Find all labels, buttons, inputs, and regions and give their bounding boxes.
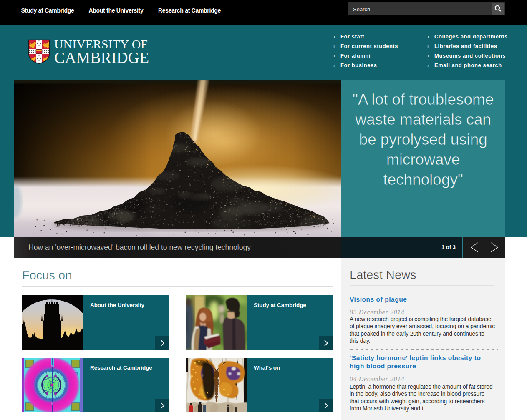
svg-text:CAMBRIDGE: CAMBRIDGE [54, 49, 149, 66]
